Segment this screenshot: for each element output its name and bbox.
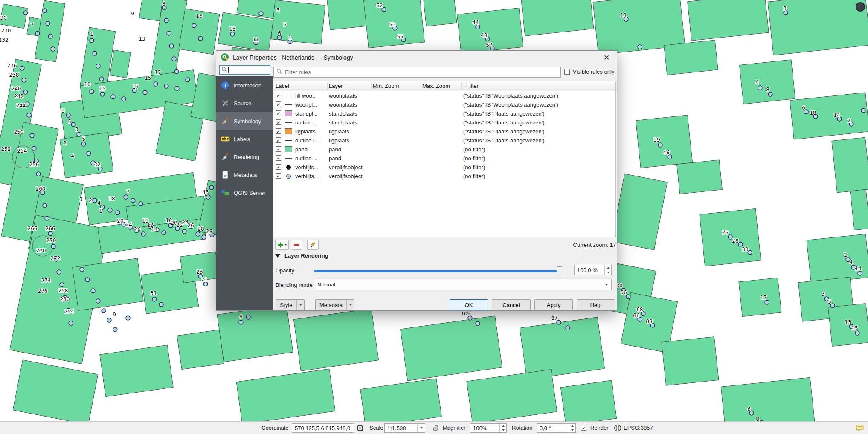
- house-number-label: 8: [162, 1, 165, 7]
- help-button[interactable]: Help: [577, 299, 615, 310]
- blending-mode-select[interactable]: Normal: [314, 279, 612, 290]
- column-header-filter[interactable]: Filter: [466, 83, 479, 89]
- lock-icon[interactable]: [432, 424, 440, 432]
- column-header-label[interactable]: Label: [276, 83, 289, 89]
- house-number-label: 26: [722, 230, 728, 236]
- spin-up-button[interactable]: [605, 265, 611, 270]
- sidebar-item-label: Labels: [234, 136, 250, 142]
- sidebar-item-symbology[interactable]: Symbology: [216, 112, 273, 130]
- rule-checkbox[interactable]: ✓: [276, 164, 281, 170]
- rule-layer: standplaats: [329, 119, 357, 126]
- verblijfsobject-point: [85, 278, 90, 282]
- opacity-spinbox[interactable]: 100,0 %: [574, 265, 612, 275]
- verblijfsobject-point: [77, 132, 81, 136]
- sidebar-item-label: Source: [234, 100, 251, 107]
- style-menu-arrow[interactable]: [296, 300, 304, 310]
- column-header-layer[interactable]: Layer: [329, 83, 343, 89]
- rule-checkbox[interactable]: ✓: [276, 155, 281, 161]
- opacity-slider-handle[interactable]: [557, 266, 562, 275]
- rule-tree-table[interactable]: Label Layer Min. Zoom Max. Zoom Filter ✓…: [273, 81, 616, 237]
- rule-filter: (no filter): [463, 155, 485, 162]
- rule-checkbox[interactable]: ✓: [276, 173, 281, 179]
- magnifier-spinbox[interactable]: 100%: [470, 423, 507, 433]
- ok-button[interactable]: OK: [450, 299, 488, 310]
- opacity-slider[interactable]: [314, 270, 562, 272]
- layer-properties-dialog: Layer Properties - Netherlands — Symbolo…: [216, 50, 617, 311]
- rule-row[interactable]: ✓outline ...pand(no filter): [273, 154, 615, 163]
- coordinate-input[interactable]: 570.125,5 6.815.948,0: [292, 423, 354, 433]
- crs-text[interactable]: EPSG:3857: [624, 425, 653, 431]
- globe-icon[interactable]: [613, 424, 622, 432]
- house-number-label: 68: [636, 307, 643, 312]
- rotation-value: 0,0 °: [537, 425, 569, 431]
- rule-row[interactable]: ✓verblijfs...verblijfsobject(no filter): [273, 163, 615, 172]
- sidebar-search-input[interactable]: [219, 65, 270, 75]
- sidebar-item-source[interactable]: Source: [216, 94, 273, 112]
- sidebar-item-information[interactable]: iInformation: [216, 76, 273, 94]
- column-header-minzoom[interactable]: Min. Zoom: [373, 83, 399, 89]
- add-rule-button[interactable]: [275, 240, 289, 250]
- sidebar-item-qgis-server[interactable]: QGIS Server: [216, 184, 273, 202]
- house-number-label: 28: [732, 238, 738, 244]
- layer-rendering-header[interactable]: Layer Rendering: [275, 252, 328, 259]
- chevron-down-icon[interactable]: [417, 424, 425, 432]
- filter-rules-input[interactable]: [273, 67, 561, 78]
- cancel-button[interactable]: Cancel: [492, 299, 531, 310]
- house-number-label: 48: [481, 32, 487, 38]
- spin-down-button[interactable]: [605, 270, 611, 275]
- render-checkbox[interactable]: ✓: [581, 425, 586, 431]
- verblijfsobject-point: [48, 231, 52, 236]
- metadata-menu-arrow[interactable]: [346, 300, 354, 310]
- dialog-titlebar[interactable]: Layer Properties - Netherlands — Symbolo…: [216, 51, 617, 64]
- rule-filter: ("status" IS 'Plaats aangewezen'): [463, 119, 545, 126]
- verblijfsobject-point: [23, 90, 28, 94]
- messages-icon[interactable]: [856, 424, 864, 432]
- house-number-label: 1: [90, 31, 93, 37]
- verblijfsobject-point: [116, 211, 120, 215]
- rule-row[interactable]: ✓verblijfs...verblijfsobject(no filter): [273, 172, 615, 181]
- verblijfsobject-point: [45, 216, 49, 220]
- remove-rule-button[interactable]: [291, 240, 302, 250]
- sidebar-item-rendering[interactable]: Rendering: [216, 148, 273, 166]
- extents-toggle-icon[interactable]: [356, 424, 364, 432]
- rule-row[interactable]: ✓standpl...standplaats("status" IS 'Plaa…: [273, 109, 615, 118]
- rotation-spinbox[interactable]: 0,0 °: [537, 423, 576, 433]
- sidebar-item-labels[interactable]: abcLabels: [216, 130, 273, 148]
- house-number-label: 4: [849, 260, 853, 266]
- rule-row[interactable]: ✓pandpand(no filter): [273, 145, 615, 154]
- rule-checkbox[interactable]: ✓: [276, 146, 281, 152]
- spin-up-button[interactable]: [500, 424, 506, 428]
- rule-row[interactable]: ✓ligplaatsligplaats("status" IS 'Plaats …: [273, 127, 615, 136]
- metadata-button[interactable]: Metadata: [315, 299, 354, 310]
- rule-checkbox[interactable]: ✓: [276, 93, 281, 98]
- rule-table-header[interactable]: Label Layer Min. Zoom Max. Zoom Filter: [273, 81, 615, 91]
- rule-layer: woonplaats: [329, 101, 357, 108]
- rule-checkbox[interactable]: ✓: [276, 128, 281, 134]
- style-button[interactable]: Style: [276, 299, 305, 310]
- apply-button[interactable]: Apply: [534, 299, 573, 310]
- spin-down-button[interactable]: [569, 428, 575, 432]
- edit-rule-button[interactable]: [307, 240, 319, 250]
- spin-down-button[interactable]: [500, 428, 506, 432]
- house-number-label: 53: [389, 22, 395, 28]
- filter-rules-field[interactable]: [284, 69, 558, 76]
- visible-rules-only-checkbox[interactable]: [564, 69, 570, 75]
- verblijfsobject-point: [46, 21, 50, 26]
- spin-up-button[interactable]: [569, 424, 575, 428]
- close-icon[interactable]: ✕: [601, 53, 613, 62]
- rule-row[interactable]: ✓outline ...standplaats("status" IS 'Pla…: [273, 118, 615, 127]
- rule-checkbox[interactable]: ✓: [276, 119, 281, 125]
- rule-checkbox[interactable]: ✓: [276, 137, 281, 143]
- verblijfsobject-point: [51, 47, 55, 51]
- rule-row[interactable]: ✓outline l...ligplaats("status" IS 'Plaa…: [273, 136, 615, 145]
- rule-row[interactable]: ✓woonpl...woonplaats("status" IS 'Woonpl…: [273, 100, 615, 109]
- column-header-maxzoom[interactable]: Max. Zoom: [422, 83, 450, 89]
- rule-row[interactable]: ✓fill woo...woonplaats("status" IS 'Woon…: [273, 91, 615, 100]
- house-number-label: 4: [97, 200, 101, 206]
- house-number-label: 31: [150, 290, 157, 296]
- scale-combobox[interactable]: 1:1.538: [384, 423, 425, 433]
- rule-checkbox[interactable]: ✓: [276, 110, 281, 116]
- rule-checkbox[interactable]: ✓: [276, 101, 281, 107]
- sidebar-item-metadata[interactable]: Metadata: [216, 166, 273, 184]
- sidebar-item-label: QGIS Server: [234, 190, 265, 196]
